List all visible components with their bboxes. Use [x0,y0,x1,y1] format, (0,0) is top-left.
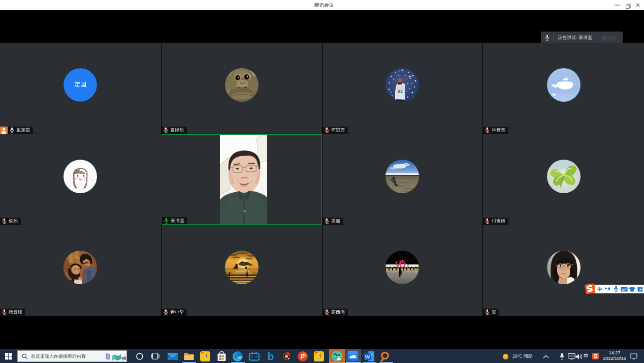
svg-text:W: W [365,354,370,359]
svg-text:61: 61 [398,89,403,94]
svg-text:b: b [268,350,274,362]
svg-text:P: P [301,353,305,360]
